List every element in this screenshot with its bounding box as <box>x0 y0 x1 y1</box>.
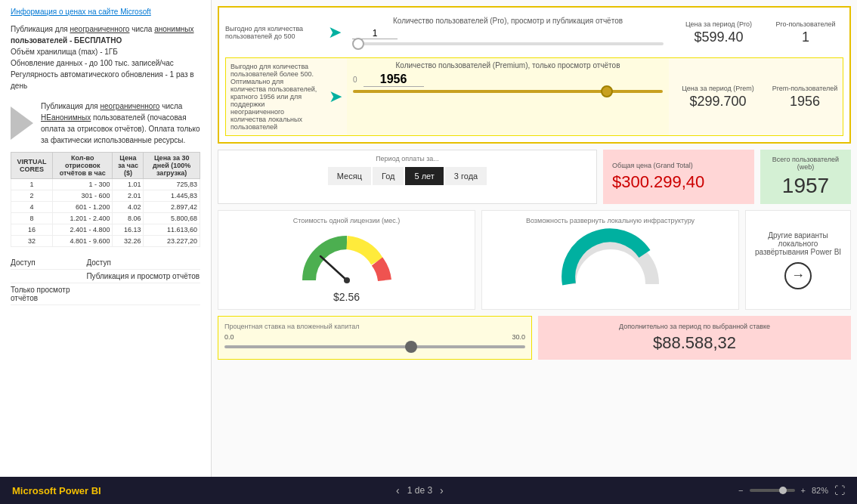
other-box: Другие варианты локального развёртывания… <box>745 210 851 310</box>
fullscreen-icon[interactable]: ⛶ <box>834 484 845 496</box>
pro-users-box: Pro-пользователей 1 <box>768 14 843 51</box>
pro-price-value: $599.40 <box>673 29 765 45</box>
prem-value-row: 0 <box>353 73 663 87</box>
svg-line-0 <box>320 256 347 280</box>
access-col1-header: Доступ <box>11 258 86 267</box>
zoom-area: − + 82% ⛶ <box>738 484 845 496</box>
cost-gauge-svg <box>294 227 400 288</box>
infra-label: Возможность развернуть локальную инфраст… <box>526 217 695 224</box>
bottom-bar: Microsoft Power BI ‹ 1 de 3 › − + 82% ⛶ <box>0 477 857 504</box>
table-cell: 725,83 <box>144 179 200 190</box>
grand-total-box: Общая цена (Grand Total) $300.299,40 <box>603 150 754 204</box>
pro-arrow-icon: ➤ <box>328 14 342 51</box>
prem-users-label: Prem-пользователей <box>770 85 840 92</box>
text-paid2: числа <box>159 102 182 110</box>
pro-slider-thumb[interactable] <box>352 38 364 50</box>
period-btn-year[interactable]: Год <box>373 167 404 185</box>
cost-gauge-box: Стоимость одной лицензии (мес.) $2.56 <box>218 210 475 310</box>
info-block-paid: Публикация для неограниченного числа НЕа… <box>41 100 200 146</box>
link-nonanon[interactable]: НЕанонимных <box>41 113 91 122</box>
total-users-label: Всего пользователей (web) <box>769 156 842 171</box>
pro-slider-label: Количество пользователей (Pro), просмотр… <box>352 17 664 25</box>
period-btn-3y[interactable]: 3 года <box>445 167 487 185</box>
access-view-only: Только просмотр отчётов <box>11 286 86 302</box>
table-cell: 5.800,68 <box>144 213 200 224</box>
content-area: Информация о ценах на сайте Microsoft Пу… <box>0 0 857 477</box>
link-unlimited2[interactable]: неограниченного <box>101 102 160 110</box>
table-cell: 16.13 <box>113 224 144 236</box>
prem-users-box: Prem-пользователей 1956 <box>767 58 843 135</box>
prem-slider-track[interactable] <box>353 90 663 93</box>
zoom-minus-icon[interactable]: − <box>738 486 743 495</box>
text-paid1: Публикация для <box>41 102 101 110</box>
period-label: Период оплаты за... <box>226 155 589 162</box>
period-row: Период оплаты за... Месяц Год 5 лет 3 го… <box>218 150 851 204</box>
pro-value-row <box>352 28 664 39</box>
pro-price-box: Цена за период (Pro) $599.40 <box>670 14 768 51</box>
prem-value-input[interactable] <box>364 73 424 87</box>
table-cell: 8 <box>11 213 53 224</box>
prem-slider-label: Количество пользователей (Premium), толь… <box>353 61 663 70</box>
cost-gauge-value: $2.56 <box>333 291 360 303</box>
cost-gauge-label: Стоимость одной лицензии (мес.) <box>293 217 400 224</box>
access-header-row: Доступ Доступ <box>11 256 200 270</box>
pro-price-label: Цена за период (Pro) <box>673 20 765 28</box>
link-anon[interactable]: анонимных <box>154 25 193 33</box>
roi-label: Процентная ставка на вложенный капитал <box>224 323 525 330</box>
table-cell: 8.06 <box>113 213 144 224</box>
text-storage: Объём хранилища (max) - 1ГБ <box>11 48 118 56</box>
table-cell: 301 - 600 <box>53 190 113 202</box>
zoom-plus-icon[interactable]: + <box>801 486 806 495</box>
access-row-view: Только просмотр отчётов <box>11 283 200 305</box>
table-row: 324.801 - 9.60032.2623.227,20 <box>11 236 200 247</box>
grand-total-label: Общая цена (Grand Total) <box>612 162 745 169</box>
prem-zero: 0 <box>353 76 357 84</box>
link-unlimited[interactable]: неограниченного <box>70 25 130 33</box>
table-cell: 11.613,60 <box>144 224 200 236</box>
infra-gauge-svg <box>558 227 664 288</box>
roi-values-row: 0.0 30.0 <box>224 333 525 341</box>
text-regularity: Регулярность автоматического обновления … <box>11 70 194 90</box>
prem-slider-thumb[interactable] <box>601 85 613 97</box>
table-cell: 16 <box>11 224 53 236</box>
table-cell: 1 <box>11 179 53 190</box>
info-block-free: Публикация для неограниченного числа ано… <box>11 23 200 91</box>
roi-result-label: Дополнительно за период по выбранной ста… <box>619 323 770 330</box>
total-users-value: 1957 <box>769 174 842 198</box>
ms-link[interactable]: Информация о ценах на сайте Microsoft <box>11 8 200 16</box>
table-cell: 32 <box>11 236 53 247</box>
period-btn-month[interactable]: Месяц <box>328 167 371 185</box>
pro-row: Выгодно для количества пользователей до … <box>225 14 843 51</box>
prem-price-label: Цена за период (Prem) <box>672 85 764 92</box>
table-row: 4601 - 1.2004.022.897,42 <box>11 202 200 213</box>
period-btn-5y[interactable]: 5 лет <box>405 167 443 185</box>
page-indicator: 1 de 3 <box>407 485 432 496</box>
nav-prev-button[interactable]: ‹ <box>396 484 400 496</box>
top-section: Выгодно для количества пользователей до … <box>218 6 851 144</box>
text-free2: числа <box>129 25 154 33</box>
zoom-slider[interactable] <box>750 489 795 492</box>
roi-max: 30.0 <box>512 333 525 341</box>
period-buttons: Месяц Год 5 лет 3 года <box>226 167 589 185</box>
main-container: Информация о ценах на сайте Microsoft Пу… <box>0 0 857 504</box>
nav-next-button[interactable]: › <box>440 484 444 496</box>
arrow-block2: Публикация для неограниченного числа НЕа… <box>11 100 200 146</box>
th-hour: Цена за час ($) <box>113 153 144 179</box>
roi-track[interactable] <box>224 345 525 348</box>
th-renders: Кол-во отрисовок отчётов в час <box>53 153 113 179</box>
table-cell: 4.801 - 9.600 <box>53 236 113 247</box>
text-free3: пользователей - БЕСПЛАТНО <box>11 36 122 45</box>
table-row: 2301 - 6002.011.445,83 <box>11 190 200 202</box>
total-users-box: Всего пользователей (web) 1957 <box>760 150 851 204</box>
pro-users-label: Pro-пользователей <box>771 20 840 28</box>
access-section: Доступ Доступ Публикация и просмотр отчё… <box>11 256 200 305</box>
pro-slider-track[interactable] <box>352 42 664 45</box>
table-cell: 2.897,42 <box>144 202 200 213</box>
roi-thumb[interactable] <box>405 341 417 353</box>
access-view-right <box>86 286 200 302</box>
zoom-thumb[interactable] <box>779 487 787 494</box>
pricing-table: VIRTUAL CORES Кол-во отрисовок отчётов в… <box>11 152 200 247</box>
prem-hint: Выгодно для количества пользователей бол… <box>226 58 324 135</box>
table-cell: 2 <box>11 190 53 202</box>
other-arrow-button[interactable]: → <box>784 262 812 289</box>
